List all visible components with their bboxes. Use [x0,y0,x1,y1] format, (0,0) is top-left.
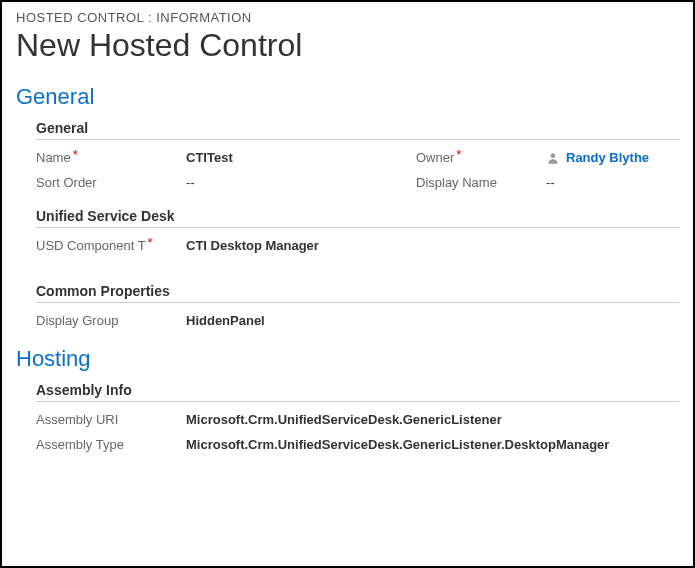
label-display-name: Display Name [416,175,546,190]
section-hosting-header[interactable]: Hosting [16,346,679,372]
owner-link[interactable]: Randy Blythe [566,150,649,165]
label-owner: Owner* [416,150,546,165]
value-sort-order[interactable]: -- [186,175,416,190]
subsection-usd: Unified Service Desk USD Component T* CT… [16,208,679,253]
section-general-header[interactable]: General [16,84,679,110]
label-assembly-type: Assembly Type [36,437,186,452]
required-asterisk-icon: * [456,147,461,162]
subsection-usd-title: Unified Service Desk [36,208,679,228]
label-usd-component: USD Component T* [36,238,186,253]
page-title: New Hosted Control [16,27,679,64]
value-assembly-type[interactable]: Microsoft.Crm.UnifiedServiceDesk.Generic… [186,437,679,452]
subsection-assembly: Assembly Info Assembly URI Microsoft.Crm… [16,382,679,452]
row-sort-display: Sort Order -- Display Name -- [36,175,679,190]
value-owner[interactable]: Randy Blythe [546,150,679,165]
label-usd-component-text: USD Component T [36,238,146,253]
label-sort-order: Sort Order [36,175,186,190]
subsection-general-title: General [36,120,679,140]
row-assembly-type: Assembly Type Microsoft.Crm.UnifiedServi… [36,437,679,452]
row-usd-component: USD Component T* CTI Desktop Manager [36,238,679,253]
label-name: Name* [36,150,186,165]
label-display-group: Display Group [36,313,186,328]
breadcrumb: HOSTED CONTROL : INFORMATION [16,10,679,25]
value-name[interactable]: CTITest [186,150,416,165]
subsection-common: Common Properties Display Group HiddenPa… [16,283,679,328]
value-display-group[interactable]: HiddenPanel [186,313,679,328]
svg-point-0 [551,153,556,158]
value-display-name[interactable]: -- [546,175,679,190]
value-assembly-uri[interactable]: Microsoft.Crm.UnifiedServiceDesk.Generic… [186,412,679,427]
required-asterisk-icon: * [148,235,153,250]
row-display-group: Display Group HiddenPanel [36,313,679,328]
label-name-text: Name [36,150,71,165]
value-usd-component[interactable]: CTI Desktop Manager [186,238,679,253]
row-assembly-uri: Assembly URI Microsoft.Crm.UnifiedServic… [36,412,679,427]
subsection-common-title: Common Properties [36,283,679,303]
label-owner-text: Owner [416,150,454,165]
person-icon [546,151,560,165]
subsection-general: General Name* CTITest Owner* Randy Blyth… [16,120,679,190]
subsection-assembly-title: Assembly Info [36,382,679,402]
label-assembly-uri: Assembly URI [36,412,186,427]
row-name-owner: Name* CTITest Owner* Randy Blythe [36,150,679,165]
required-asterisk-icon: * [73,147,78,162]
